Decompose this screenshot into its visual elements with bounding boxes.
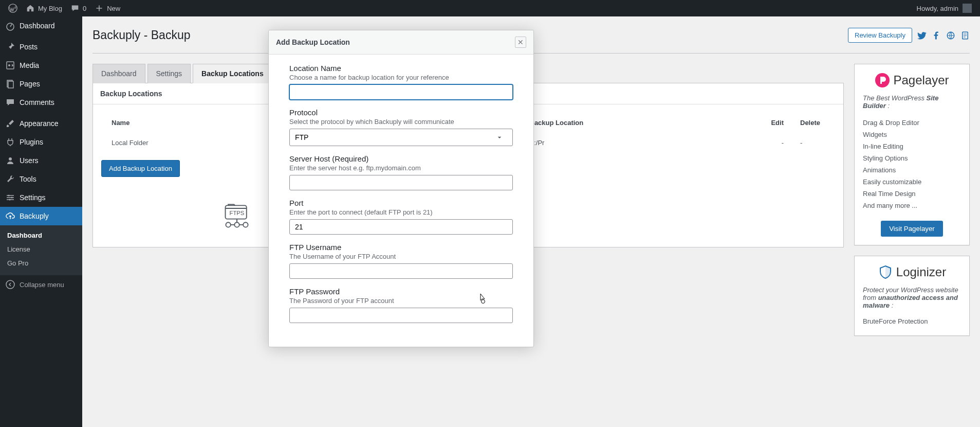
loginizer-box: Loginizer Protect your WordPress website…	[854, 256, 970, 336]
menu-users[interactable]: Users	[0, 151, 82, 170]
protocol-hint: Select the protocol by which Backuply wi…	[289, 118, 513, 126]
doc-icon[interactable]	[960, 31, 970, 40]
twitter-icon[interactable]	[917, 31, 927, 40]
modal-body[interactable]: Location Name Choose a name for backup l…	[269, 55, 533, 347]
port-label: Port	[289, 199, 513, 207]
protocol-select[interactable]: FTP	[289, 129, 513, 146]
menu-tools[interactable]: Tools	[0, 170, 82, 188]
comments-icon	[5, 97, 15, 108]
new-content[interactable]: New	[90, 0, 124, 16]
site-name[interactable]: My Blog	[22, 0, 66, 16]
server-host-hint: Enter the server host e.g. ftp.mydomain.…	[289, 164, 513, 172]
ftp-username-input[interactable]	[289, 263, 513, 279]
svg-text:FTPS: FTPS	[230, 210, 245, 216]
menu-backuply[interactable]: Backuply	[0, 207, 82, 225]
avatar-icon	[963, 4, 972, 13]
svg-point-16	[234, 222, 239, 227]
th-edit: Edit	[751, 112, 792, 134]
pagelayer-features: Drag & Drop Editor Widgets In-line Editi…	[863, 117, 961, 211]
svg-point-6	[9, 157, 12, 161]
submenu-backuply: Dashboard License Go Pro	[0, 225, 82, 275]
add-backup-location-button[interactable]: Add Backup Location	[101, 160, 180, 177]
howdy-text: Howdy, admin	[917, 5, 958, 12]
menu-media[interactable]: Media	[0, 56, 82, 75]
modal-title: Add Backup Location	[276, 38, 350, 46]
svg-point-3	[8, 64, 10, 66]
port-hint: Enter the port to connect (default FTP p…	[289, 208, 513, 216]
svg-point-15	[226, 222, 230, 227]
page-title: Backuply - Backup	[93, 28, 190, 42]
comments-bubble[interactable]: 0	[66, 0, 90, 16]
collapse-icon	[5, 279, 15, 290]
ftp-password-hint: The Password of your FTP account	[289, 297, 513, 305]
wrench-icon	[5, 174, 15, 184]
protocol-label: Protocol	[289, 108, 513, 117]
add-backup-location-modal: Add Backup Location ✕ Location Name Choo…	[268, 30, 534, 347]
menu-pages[interactable]: Pages	[0, 75, 82, 93]
wp-logo[interactable]	[4, 0, 22, 16]
svg-point-10	[6, 280, 14, 289]
pages-icon	[5, 79, 15, 89]
cloud-up-icon	[5, 211, 15, 221]
th-delete: Delete	[792, 112, 833, 134]
server-host-input[interactable]	[289, 175, 513, 190]
wordpress-icon	[8, 4, 17, 13]
pagelayer-tagline: The Best WordPress Site Builder :	[863, 94, 961, 110]
menu-plugins[interactable]: Plugins	[0, 133, 82, 151]
brush-icon	[5, 118, 15, 129]
loginizer-features: BruteForce Protection	[863, 315, 961, 327]
svg-point-8	[11, 197, 13, 199]
ftps-icon[interactable]: FTPS	[221, 201, 252, 232]
submenu-dashboard[interactable]: Dashboard	[0, 228, 82, 242]
ftp-username-label: FTP Username	[289, 243, 513, 252]
tab-dashboard[interactable]: Dashboard	[93, 64, 145, 83]
plug-icon	[5, 137, 15, 147]
close-icon[interactable]: ✕	[515, 37, 526, 48]
facebook-icon[interactable]	[932, 31, 941, 40]
location-name-input[interactable]	[289, 84, 513, 100]
submenu-gopro[interactable]: Go Pro	[0, 256, 82, 270]
menu-posts[interactable]: Posts	[0, 38, 82, 56]
site-name-label: My Blog	[38, 5, 62, 12]
port-input[interactable]	[289, 219, 513, 235]
server-host-label: Server Host (Required)	[289, 154, 513, 163]
tab-backup-locations[interactable]: Backup Locations	[193, 64, 272, 83]
collapse-menu[interactable]: Collapse menu	[0, 275, 82, 294]
gauge-icon	[5, 21, 15, 31]
loginizer-intro: Protect your WordPress website from unau…	[863, 286, 961, 309]
globe-icon[interactable]	[946, 31, 955, 40]
admin-menu: Dashboard Posts Media Pages Comments App…	[0, 16, 82, 427]
review-button[interactable]: Review Backuply	[848, 28, 912, 43]
plus-icon	[95, 4, 104, 13]
menu-dashboard[interactable]: Dashboard	[0, 16, 82, 35]
th-backup-location: Backup Location	[522, 112, 751, 134]
th-name: Name	[103, 112, 277, 134]
media-icon	[5, 60, 15, 70]
ftp-password-label: FTP Password	[289, 287, 513, 296]
new-label: New	[107, 5, 120, 12]
location-name-label: Location Name	[289, 64, 513, 73]
sliders-icon	[5, 192, 15, 203]
ftp-password-input[interactable]	[289, 308, 513, 323]
menu-settings[interactable]: Settings	[0, 188, 82, 207]
pin-icon	[5, 42, 15, 52]
submenu-license[interactable]: License	[0, 242, 82, 256]
svg-point-9	[9, 199, 11, 201]
comments-count: 0	[83, 5, 86, 12]
speech-icon	[70, 4, 80, 13]
adminbar: My Blog 0 New Howdy, admin	[0, 0, 980, 16]
pagelayer-box: Pagelayer The Best WordPress Site Builde…	[854, 64, 970, 245]
ftp-username-hint: The Username of your FTP Account	[289, 253, 513, 260]
svg-point-17	[243, 222, 248, 227]
home-icon	[26, 4, 35, 13]
my-account[interactable]: Howdy, admin	[917, 4, 976, 13]
tab-settings[interactable]: Settings	[147, 64, 191, 83]
pagelayer-logo: Pagelayer	[863, 73, 961, 88]
svg-rect-5	[8, 81, 13, 88]
menu-comments[interactable]: Comments	[0, 93, 82, 112]
menu-appearance[interactable]: Appearance	[0, 114, 82, 133]
loginizer-logo: Loginizer	[863, 264, 961, 280]
svg-point-7	[8, 195, 10, 197]
location-name-hint: Choose a name for backup location for yo…	[289, 74, 513, 81]
visit-pagelayer-button[interactable]: Visit Pagelayer	[881, 221, 943, 237]
